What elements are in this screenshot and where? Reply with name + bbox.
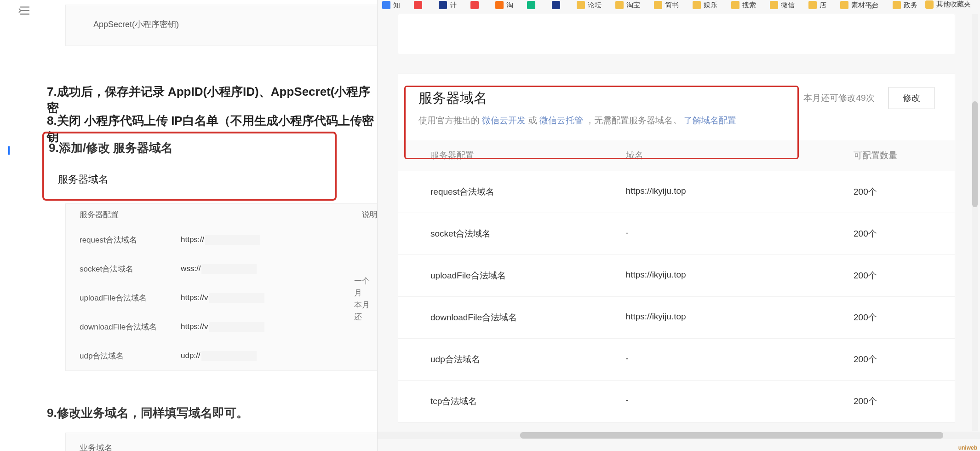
table-row: request合法域名 https://ikyiju.top 200个 xyxy=(398,171,955,213)
bookmark-item[interactable] xyxy=(527,1,538,9)
row-limit: 200个 xyxy=(854,353,923,365)
bookmark-label: 政务 xyxy=(904,1,917,10)
row-domain: https://ikyiju.top xyxy=(626,270,854,282)
bookmark-label: 知 xyxy=(393,1,400,10)
table-row: uploadFile合法域名 https://v xyxy=(66,283,391,312)
scroll-thumb[interactable] xyxy=(520,432,943,439)
desc-prefix: 使用官方推出的 xyxy=(418,116,482,125)
bookmark-bar: 知 计 淘 论坛 淘宝 简书 娱乐 搜索 微信 店 素材平台 政务 xyxy=(378,0,980,11)
row-domain: - xyxy=(626,353,854,365)
head-config: 服务器配置 xyxy=(430,150,626,162)
row-name: uploadFile合法域名 xyxy=(430,270,626,282)
card-title: 服务器域名 xyxy=(418,89,487,108)
blurred-value xyxy=(201,351,257,361)
sidebar-collapse-icon[interactable] xyxy=(18,6,31,16)
biz-domain-label: 业务域名 xyxy=(80,443,113,451)
appsecret-label-row: AppSecret(小程序密钥) xyxy=(65,5,392,46)
bookmark-label: 简书 xyxy=(665,1,679,10)
row-limit: 200个 xyxy=(854,270,923,282)
card-description: 使用官方推出的 微信云开发 或 微信云托管 ，无需配置服务器域名。 了解域名配置 xyxy=(398,113,955,140)
bookmark-item[interactable]: 店 xyxy=(808,1,826,10)
row-name: udp合法域名 xyxy=(80,351,162,361)
table-row: socket合法域名 - 200个 xyxy=(398,213,955,254)
row-name: socket合法域名 xyxy=(80,264,162,274)
bookmark-item[interactable]: 简书 xyxy=(654,1,679,10)
row-name: uploadFile合法域名 xyxy=(80,293,162,303)
bookmark-overflow-icon[interactable]: » xyxy=(869,1,874,12)
server-domain-table: 服务器配置 域名 可配置数量 request合法域名 https://ikyij… xyxy=(398,140,955,422)
row-domain: https://ikyiju.top xyxy=(626,312,854,324)
bookmark-label: 论坛 xyxy=(588,1,602,10)
bookmark-item[interactable]: 政务 xyxy=(893,1,917,10)
row-prefix: udp:// xyxy=(181,351,201,360)
link-learn-domain[interactable]: 了解域名配置 xyxy=(684,116,736,125)
row-domain: - xyxy=(626,395,854,407)
scroll-thumb[interactable] xyxy=(972,101,978,207)
bookmark-item[interactable]: 淘 xyxy=(495,1,513,10)
bookmark-item[interactable] xyxy=(470,1,481,9)
right-browser-pane: 知 计 淘 论坛 淘宝 简书 娱乐 搜索 微信 店 素材平台 政务 » 其他收藏… xyxy=(377,0,980,451)
modify-remaining: 本月还可修改49次 xyxy=(803,93,874,103)
row-name: socket合法域名 xyxy=(430,228,626,240)
table-row: uploadFile合法域名 https://ikyiju.top 200个 xyxy=(398,254,955,296)
table-row: request合法域名 https:// xyxy=(66,226,391,254)
table-row: downloadFile合法域名 https://v xyxy=(66,312,391,341)
table-row: udp合法域名 udp:// xyxy=(66,341,391,370)
side-note: 一个月 本月还 xyxy=(354,275,377,323)
row-limit: 200个 xyxy=(854,312,923,324)
table-row: udp合法域名 - 200个 xyxy=(398,338,955,380)
row-name: downloadFile合法域名 xyxy=(80,322,162,332)
bookmark-item[interactable]: 娱乐 xyxy=(693,1,717,10)
heading-9: 9.添加/修改 服务器域名 xyxy=(49,140,335,156)
server-domain-card: 服务器域名 本月还可修改49次 修改 使用官方推出的 微信云开发 或 微信云托管… xyxy=(398,74,955,422)
row-prefix: https://v xyxy=(181,293,208,302)
blurred-value xyxy=(209,322,264,332)
blurred-value xyxy=(209,293,264,303)
appsecret-label: AppSecret(小程序密钥) xyxy=(93,20,179,29)
bookmark-item[interactable]: 搜索 xyxy=(731,1,756,10)
tiny-logo: uniweb xyxy=(958,445,977,451)
row-name: request合法域名 xyxy=(80,235,162,245)
heading-7: 7.成功后，保存并记录 AppID(小程序ID)、AppSecret(小程序密 xyxy=(47,84,377,116)
bookmark-label: 素材平台 xyxy=(851,1,879,10)
other-favorites-label: 其他收藏夹 xyxy=(936,0,971,9)
link-wx-cloud-dev[interactable]: 微信云开发 xyxy=(482,116,526,125)
row-name: udp合法域名 xyxy=(430,353,626,365)
head-limit: 可配置数量 xyxy=(854,150,923,162)
link-wx-cloud-host[interactable]: 微信云托管 xyxy=(539,116,583,125)
bookmark-label: 淘 xyxy=(506,1,513,10)
bookmark-item[interactable]: 计 xyxy=(439,1,457,10)
bookmark-item[interactable]: 知 xyxy=(382,1,400,10)
modify-button[interactable]: 修改 xyxy=(888,87,934,109)
section-marker xyxy=(8,146,10,155)
desc-or: 或 xyxy=(528,116,539,125)
left-col-note: 说明 xyxy=(362,209,378,220)
vertical-scrollbar[interactable] xyxy=(972,14,978,431)
horizontal-scrollbar[interactable] xyxy=(378,432,980,439)
row-limit: 200个 xyxy=(854,395,923,407)
bookmark-item[interactable]: 微信 xyxy=(770,1,795,10)
side-note-line2: 本月还 xyxy=(354,301,370,321)
left-col-config: 服务器配置 xyxy=(80,209,119,220)
side-note-line1: 一个月 xyxy=(354,277,370,297)
row-name: tcp合法域名 xyxy=(430,395,626,407)
head-domain: 域名 xyxy=(626,150,854,162)
left-server-table: 服务器配置 说明 request合法域名 https:// socket合法域名… xyxy=(65,203,392,371)
row-domain: https://ikyiju.top xyxy=(626,186,854,198)
bookmark-item[interactable] xyxy=(414,1,425,9)
heading-9b: 9.修改业务域名，同样填写域名即可。 xyxy=(47,405,248,421)
table-row: socket合法域名 wss:// xyxy=(66,254,391,283)
heading-9-sub: 服务器域名 xyxy=(58,173,335,186)
row-limit: 200个 xyxy=(854,228,923,240)
bookmark-label: 淘宝 xyxy=(626,1,640,10)
bookmark-label: 微信 xyxy=(781,1,795,10)
bookmark-label: 计 xyxy=(450,1,457,10)
biz-domain-row: 业务域名 xyxy=(65,433,392,451)
left-document-pane: AppSecret(小程序密钥) 7.成功后，保存并记录 AppID(小程序ID… xyxy=(0,0,377,451)
bookmark-item[interactable]: 论坛 xyxy=(577,1,602,10)
bookmark-item[interactable] xyxy=(552,1,563,9)
other-favorites-folder[interactable]: 其他收藏夹 xyxy=(925,0,971,9)
table-row: tcp合法域名 - 200个 xyxy=(398,380,955,422)
bookmark-label: 搜索 xyxy=(742,1,756,10)
bookmark-item[interactable]: 淘宝 xyxy=(615,1,640,10)
